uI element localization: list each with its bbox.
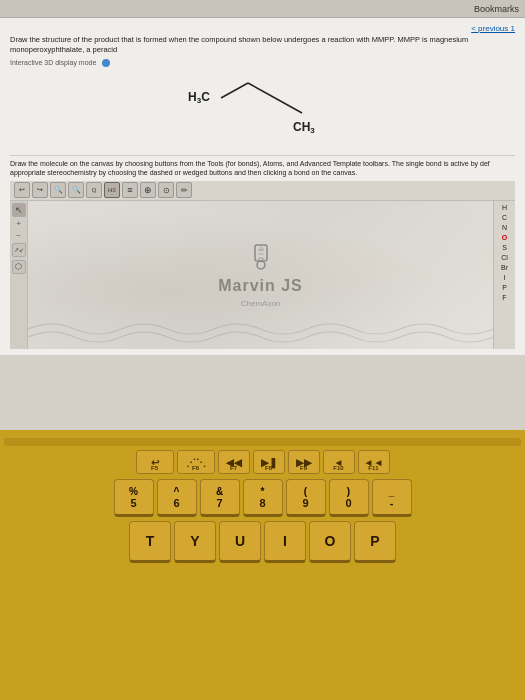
key-minus-top: _ — [389, 486, 395, 497]
wave-bg — [28, 309, 493, 349]
key-6-top: ^ — [174, 486, 180, 497]
minus-label: − — [16, 231, 21, 240]
content-area: < previous 1 Draw the structure of the p… — [0, 18, 525, 355]
key-9-bottom: 9 — [302, 497, 308, 509]
key-Y-label: Y — [190, 533, 199, 549]
plus-button[interactable]: ⊕ — [140, 182, 156, 198]
atom-F[interactable]: F — [495, 293, 515, 302]
atom-Br[interactable]: Br — [495, 263, 515, 272]
key-5[interactable]: % 5 — [114, 479, 154, 517]
bookmarks-label: Bookmarks — [474, 4, 519, 14]
key-5-top: % — [129, 486, 138, 497]
key-T-label: T — [146, 533, 155, 549]
key-minus[interactable]: _ - — [372, 479, 412, 517]
key-minus-bottom: - — [390, 497, 394, 509]
arrow-tool[interactable]: ↖ — [12, 203, 26, 217]
key-9[interactable]: ( 9 — [286, 479, 326, 517]
f6-key[interactable]: ⋰⋱ F6 — [177, 450, 215, 474]
key-U[interactable]: U — [219, 521, 261, 563]
f11-label: F11 — [368, 465, 378, 471]
atom-C[interactable]: C — [495, 213, 515, 222]
keyboard: ↩ F5 ⋰⋱ F6 ◀◀ F7 ▶❚ F8 ▶▶ F9 ◄ F10 ◄◄ F1… — [0, 430, 525, 700]
f11-key[interactable]: ◄◄ F11 — [358, 450, 390, 474]
f10-key[interactable]: ◄ F10 — [323, 450, 355, 474]
key-7-bottom: 7 — [216, 497, 222, 509]
interactive-label: Interactive 3D display mode — [10, 59, 515, 67]
key-8[interactable]: * 8 — [243, 479, 283, 517]
marvin-title-text: Marvin JS — [218, 277, 303, 295]
marvin-icon — [245, 241, 277, 273]
key-6-bottom: 6 — [173, 497, 179, 509]
h-button[interactable]: H≡ — [104, 182, 120, 198]
key-P[interactable]: P — [354, 521, 396, 563]
marvin-canvas[interactable]: Marvin JS ChemAxon — [28, 201, 493, 349]
marvin-logo: Marvin JS ChemAxon — [218, 241, 303, 308]
key-O[interactable]: O — [309, 521, 351, 563]
prev-link[interactable]: < previous 1 — [471, 24, 515, 33]
key-I[interactable]: I — [264, 521, 306, 563]
key-Y[interactable]: Y — [174, 521, 216, 563]
key-8-bottom: 8 — [259, 497, 265, 509]
key-9-top: ( — [304, 486, 307, 497]
plus-label: + — [16, 220, 21, 228]
f6-label: F6 — [192, 465, 199, 471]
f9-key[interactable]: ▶▶ F9 — [288, 450, 320, 474]
atom-I[interactable]: I — [495, 273, 515, 282]
key-6[interactable]: ^ 6 — [157, 479, 197, 517]
svg-point-6 — [257, 261, 265, 269]
marvin-atoms-panel: H C N O S Cl Br I P F — [493, 201, 515, 349]
key-0-bottom: 0 — [345, 497, 351, 509]
redo-button[interactable]: ↪ — [32, 182, 48, 198]
atom-Cl[interactable]: Cl — [495, 253, 515, 262]
pencil-button[interactable]: ✏ — [176, 182, 192, 198]
bond-tool[interactable]: ↗↙ — [12, 243, 26, 257]
template-button[interactable]: ≡ — [122, 182, 138, 198]
fit-button[interactable]: Q — [86, 182, 102, 198]
svg-text:CH3: CH3 — [293, 120, 315, 135]
screen: Bookmarks < previous 1 Draw the structur… — [0, 0, 525, 430]
key-O-label: O — [325, 533, 336, 549]
zoom-in-button[interactable]: 🔍 — [50, 182, 66, 198]
marvin-top-toolbar: ↩ ↪ 🔍 🔍 Q H≡ ≡ ⊕ ⊙ ✏ — [10, 181, 515, 201]
f8-key[interactable]: ▶❚ F8 — [253, 450, 285, 474]
key-T[interactable]: T — [129, 521, 171, 563]
svg-point-9 — [258, 247, 263, 252]
key-0[interactable]: ) 0 — [329, 479, 369, 517]
marvin-editor: ↩ ↪ 🔍 🔍 Q H≡ ≡ ⊕ ⊙ ✏ ↖ + − ↗↙ ⬡ — [10, 181, 515, 349]
f5-key[interactable]: ↩ F5 — [136, 450, 174, 474]
key-7-top: & — [216, 486, 223, 497]
fn-row: ↩ F5 ⋰⋱ F6 ◀◀ F7 ▶❚ F8 ▶▶ F9 ◄ F10 ◄◄ F1… — [4, 450, 521, 474]
f7-key[interactable]: ◀◀ F7 — [218, 450, 250, 474]
keyboard-top-strip — [4, 438, 521, 446]
atom-tool[interactable]: ⬡ — [12, 260, 26, 274]
instruction-text: Draw the structure of the product that i… — [10, 35, 515, 55]
svg-line-2 — [248, 83, 275, 98]
molecule-display: H3C CH3 — [10, 71, 515, 151]
key-U-label: U — [235, 533, 245, 549]
atom-P[interactable]: P — [495, 283, 515, 292]
key-8-top: * — [261, 486, 265, 497]
circle-button[interactable]: ⊙ — [158, 182, 174, 198]
atom-S[interactable]: S — [495, 243, 515, 252]
atom-O[interactable]: O — [495, 233, 515, 242]
atom-N[interactable]: N — [495, 223, 515, 232]
f9-label: F9 — [300, 465, 307, 471]
f10-label: F10 — [333, 465, 343, 471]
chemaxon-label: ChemAxon — [241, 299, 281, 308]
svg-line-1 — [221, 83, 248, 98]
undo-button[interactable]: ↩ — [14, 182, 30, 198]
key-0-top: ) — [347, 486, 350, 497]
f8-label: F8 — [265, 465, 272, 471]
key-I-label: I — [283, 533, 287, 549]
zoom-out-button[interactable]: 🔍 — [68, 182, 84, 198]
top-bar: Bookmarks — [0, 0, 525, 18]
key-5-bottom: 5 — [130, 497, 136, 509]
marvin-body: ↖ + − ↗↙ ⬡ — [10, 201, 515, 349]
f7-label: F7 — [230, 465, 237, 471]
number-row: % 5 ^ 6 & 7 * 8 ( 9 ) 0 _ - — [4, 479, 521, 517]
key-7[interactable]: & 7 — [200, 479, 240, 517]
atom-H[interactable]: H — [495, 203, 515, 212]
svg-line-3 — [275, 98, 302, 113]
draw-instruction: Draw the molecule on the canvas by choos… — [10, 155, 515, 177]
f5-label: F5 — [151, 465, 158, 471]
